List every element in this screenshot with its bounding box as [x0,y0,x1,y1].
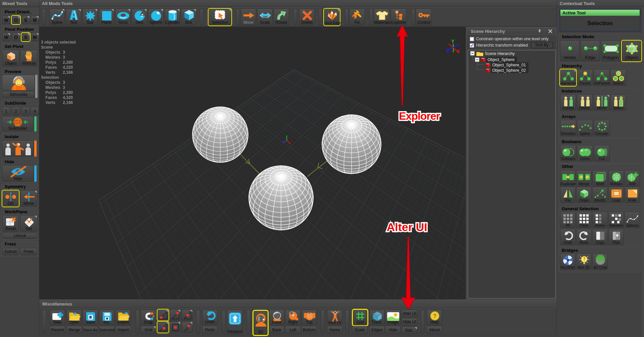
svg-text:Y: Y [451,39,455,44]
svg-text:Z: Z [447,48,450,53]
svg-text:X: X [457,49,460,54]
svg-text:?: ? [433,313,436,319]
